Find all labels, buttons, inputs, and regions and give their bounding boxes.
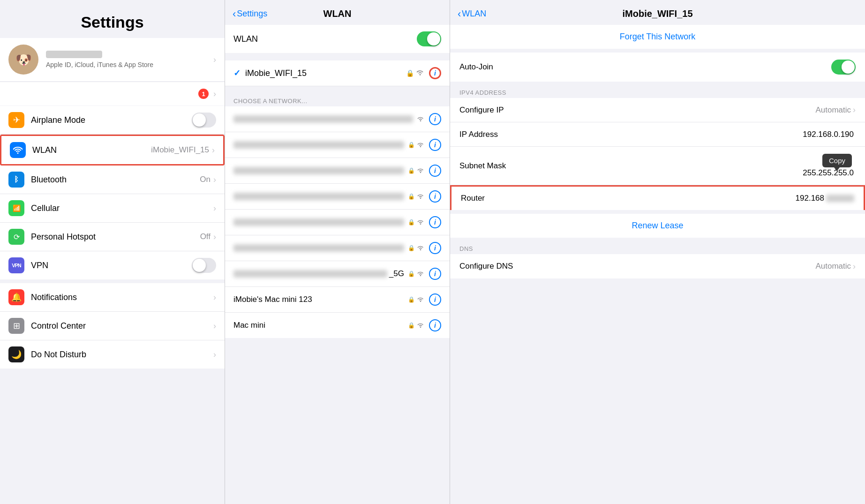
wlan-toggle-label: WLAN — [233, 34, 417, 44]
wlan-label: WLAN — [32, 145, 151, 155]
network-wifi-icons: 🔒 i — [408, 242, 441, 254]
renew-lease-section[interactable]: Renew Lease — [450, 214, 865, 238]
profile-row[interactable]: 🐶 Apple ID, iCloud, iTunes & App Store › — [0, 38, 225, 81]
network-info-button[interactable]: i — [429, 165, 441, 177]
badge-row[interactable]: 1 › — [0, 82, 225, 105]
connected-network-name: iMobie_WIFI_15 — [245, 68, 406, 78]
network-info-button[interactable]: i — [429, 139, 441, 151]
sidebar-item-bluetooth[interactable]: ᛒ Bluetooth On › — [0, 165, 225, 194]
wlan-toggle[interactable] — [417, 31, 441, 46]
wlan-back-button[interactable]: ‹ Settings — [233, 8, 267, 20]
configure-ip-row[interactable]: Configure IP Automatic › — [450, 98, 865, 122]
notification-badge: 1 — [198, 89, 209, 99]
network-info-button[interactable]: i — [429, 216, 441, 228]
network-wifi-icons: 🔒 i — [408, 165, 441, 177]
wlan-back-label: Settings — [237, 9, 267, 19]
subnet-mask-value: 255.255.255.0 — [803, 168, 854, 178]
network-name-blurred — [233, 270, 387, 278]
lock-icon: 🔒 — [408, 193, 415, 200]
wlan-chevron-icon: › — [212, 145, 215, 155]
profile-chevron-icon: › — [213, 55, 216, 65]
lock-icon: 🔒 — [408, 167, 415, 174]
ipv4-section-header: IPV4 ADDRESS — [450, 85, 865, 98]
copy-tooltip: Copy — [822, 154, 852, 167]
network-list-item[interactable]: 🔒 i — [225, 210, 450, 235]
network-name-blurred — [233, 167, 404, 174]
sidebar-item-do-not-disturb[interactable]: 🌙 Do Not Disturb › — [0, 340, 225, 369]
network-name-blurred — [233, 244, 404, 252]
network-wifi-icons: i — [417, 113, 441, 125]
network-list-item[interactable]: 🔒 i — [225, 158, 450, 184]
network-list-item[interactable]: 🔒 i — [225, 235, 450, 261]
ip-address-row: IP Address 192.168.0.190 — [450, 122, 865, 147]
settings-panel: Settings 🐶 Apple ID, iCloud, iTunes & Ap… — [0, 0, 225, 504]
router-row: Router 192.168 — [450, 185, 865, 210]
wifi-icon — [417, 295, 424, 304]
configure-ip-chevron-icon: › — [853, 105, 856, 115]
network-info-button[interactable]: i — [429, 293, 441, 306]
sidebar-item-vpn[interactable]: VPN VPN — [0, 251, 225, 279]
notifications-label: Notifications — [31, 293, 213, 302]
detail-back-button[interactable]: ‹ WLAN — [458, 8, 486, 20]
network-list-item[interactable]: _5G 🔒 i — [225, 261, 450, 287]
network-list-item[interactable]: iMobie's Mac mini 123 🔒 i — [225, 287, 450, 313]
network-name-blurred — [233, 193, 404, 200]
airplane-mode-label: Airplane Mode — [31, 115, 192, 125]
network-wifi-icons: 🔒 i — [408, 319, 441, 331]
sidebar-item-wlan[interactable]: WLAN iMobie_WIFI_15 › — [0, 135, 225, 165]
settings-title: Settings — [81, 13, 143, 31]
wifi-icon — [417, 115, 424, 123]
detail-title: iMobie_WIFI_15 — [622, 8, 692, 19]
do-not-disturb-chevron-icon: › — [213, 350, 216, 360]
network-name-blurred — [233, 141, 404, 149]
vpn-toggle[interactable] — [192, 258, 216, 273]
sidebar-item-notifications[interactable]: 🔔 Notifications › — [0, 283, 225, 312]
wlan-icon — [10, 142, 26, 158]
wlan-value: iMobie_WIFI_15 — [151, 145, 209, 155]
wlan-title: WLAN — [323, 8, 352, 19]
lock-icon: 🔒 — [408, 296, 415, 303]
avatar: 🐶 — [8, 45, 38, 75]
connected-network-row[interactable]: ✓ iMobie_WIFI_15 🔒 i — [225, 60, 450, 86]
network-name-container: _5G — [233, 269, 404, 278]
subnet-mask-label: Subnet Mask — [459, 161, 803, 171]
bluetooth-value: On — [200, 175, 211, 184]
network-info-button[interactable]: i — [429, 319, 441, 331]
connected-info-button[interactable]: i — [429, 67, 441, 79]
lock-icon: 🔒 — [406, 69, 414, 77]
network-list-item[interactable]: 🔒 i — [225, 132, 450, 158]
network-list: i 🔒 i 🔒 — [225, 106, 450, 338]
profile-subtitle: Apple ID, iCloud, iTunes & App Store — [46, 61, 213, 68]
network-wifi-icons: 🔒 i — [408, 293, 441, 306]
configure-dns-row[interactable]: Configure DNS Automatic › — [450, 254, 865, 278]
network-wifi-icons: 🔒 i — [408, 216, 441, 228]
checkmark-icon: ✓ — [233, 68, 241, 78]
detail-back-label: WLAN — [462, 9, 486, 19]
wlan-panel: ‹ Settings WLAN WLAN ✓ iMobie_WIFI_15 🔒 — [225, 0, 450, 504]
wifi-icon — [417, 321, 424, 330]
sidebar-item-control-center[interactable]: ⊞ Control Center › — [0, 312, 225, 340]
cellular-chevron-icon: › — [213, 203, 216, 213]
network-info-button[interactable]: i — [429, 242, 441, 254]
wlan-back-chevron-icon: ‹ — [233, 8, 236, 20]
network-info-button[interactable]: i — [429, 113, 441, 125]
auto-join-toggle[interactable] — [831, 60, 856, 75]
settings-section-2: 🔔 Notifications › ⊞ Control Center › 🌙 D… — [0, 283, 225, 369]
network-list-item[interactable]: Mac mini 🔒 i — [225, 313, 450, 338]
configure-dns-value: Automatic — [815, 262, 851, 271]
lock-icon: 🔒 — [408, 219, 415, 226]
router-value-container: 192.168 — [796, 194, 854, 203]
network-list-item[interactable]: 🔒 i — [225, 184, 450, 210]
sidebar-item-cellular[interactable]: 📶 Cellular › — [0, 194, 225, 223]
forget-network-section[interactable]: Forget This Network — [450, 25, 865, 49]
network-list-item[interactable]: i — [225, 106, 450, 132]
airplane-mode-toggle[interactable] — [192, 113, 216, 128]
network-detail-panel: ‹ WLAN iMobie_WIFI_15 Forget This Networ… — [450, 0, 865, 504]
auto-join-label: Auto-Join — [459, 62, 831, 72]
network-name-suffix: _5G — [389, 269, 404, 278]
sidebar-item-personal-hotspot[interactable]: ⟳ Personal Hotspot Off › — [0, 223, 225, 251]
control-center-icon: ⊞ — [8, 318, 24, 334]
network-info-button[interactable]: i — [429, 268, 441, 280]
sidebar-item-airplane-mode[interactable]: ✈ Airplane Mode — [0, 106, 225, 135]
network-info-button[interactable]: i — [429, 190, 441, 203]
